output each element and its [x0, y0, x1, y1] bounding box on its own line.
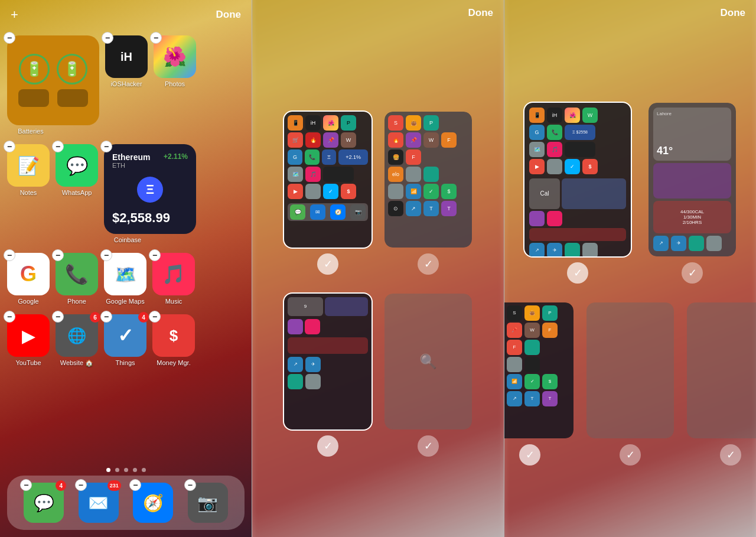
minus-money[interactable]: −: [149, 311, 161, 323]
screen-row-bottom: 9 ↗ ✈: [283, 292, 473, 457]
panel-home-screen: + Done − 🔋 🔋: [0, 0, 252, 537]
done-button-2[interactable]: Done: [468, 7, 494, 19]
screen-thumb-3[interactable]: 9 ↗ ✈: [283, 292, 373, 431]
screen-b3-thumb[interactable]: [686, 301, 756, 440]
panel-screen-selector-1: Done 📱 iH 🌺 P: [252, 0, 504, 537]
app-music[interactable]: − 🎵 Music: [152, 253, 195, 305]
checkmark-widget[interactable]: ✓: [682, 262, 703, 284]
app-notes[interactable]: − 📝 Notes: [7, 144, 50, 196]
screen-thumb-4[interactable]: 🔍: [383, 292, 473, 431]
minus-phone[interactable]: −: [52, 249, 64, 261]
home-content: − 🔋 🔋 Batteries: [0, 30, 252, 537]
app-youtube[interactable]: − ▶ YouTube: [7, 314, 50, 367]
screen-main-container: 📱 iH 🌺 W G 📞 Ξ $2558 🗺️: [523, 102, 632, 284]
screen-b1-container: S S 👜 P 🔥 📌 W F: [504, 301, 575, 466]
minus-batteries[interactable]: −: [4, 32, 15, 44]
screen-b1-thumb[interactable]: S S 👜 P 🔥 📌 W F: [504, 301, 575, 440]
money-label: Money Mgr.: [157, 359, 190, 366]
screen-row-top-3: 📱 iH 🌺 W G 📞 Ξ $2558 🗺️: [523, 102, 737, 284]
checkmark-b3[interactable]: ✓: [720, 444, 741, 466]
app-maps[interactable]: − 🗺️ Google Maps: [104, 253, 146, 305]
app-ioshacker[interactable]: − iH iOSHacker: [105, 35, 148, 87]
minus-notes[interactable]: −: [4, 141, 15, 152]
website-badge: 6: [90, 312, 100, 323]
checkmark-4[interactable]: ✓: [418, 435, 439, 457]
app-money[interactable]: − $ Money Mgr.: [152, 314, 195, 367]
screen-thumb-main[interactable]: 📱 iH 🌺 W G 📞 Ξ $2558 🗺️: [523, 102, 632, 258]
checkmark-3[interactable]: ✓: [317, 435, 338, 457]
screen-widget-thumb[interactable]: Lahore 41° 44/300CAL1/30MIN2/10HRS ↗: [647, 102, 737, 258]
app-google[interactable]: − G Google: [7, 253, 50, 305]
whatsapp-label: WhatsApp: [62, 189, 92, 196]
maps-label: Google Maps: [106, 298, 144, 305]
music-label: Music: [165, 298, 183, 305]
minus-website[interactable]: −: [52, 311, 64, 323]
dock-camera[interactable]: − 📷: [188, 483, 228, 523]
website-label: Website 🏠: [60, 359, 94, 367]
batteries-widget[interactable]: − 🔋 🔋 Batteries: [7, 35, 99, 135]
checkmark-b1[interactable]: ✓: [519, 444, 540, 466]
screen-selector: 📱 iH 🌺 P 🛒 🔥 📌 W: [252, 30, 504, 537]
screen-widget-panel: Lahore 41° 44/300CAL1/30MIN2/10HRS ↗: [647, 102, 737, 284]
things-badge: 4: [138, 312, 149, 323]
photos-label: Photos: [165, 80, 185, 87]
dock: − 4 💬 − 231 ✉️ − 🧭 − 📷: [7, 476, 245, 530]
app-things[interactable]: − 4 ✓ Things: [104, 314, 146, 367]
done-button-3[interactable]: Done: [721, 7, 746, 19]
dock-mail[interactable]: − 231 ✉️: [79, 483, 119, 523]
coinbase-change: +2.11%: [164, 152, 188, 161]
screen-2-container: S 👜 P 🔥 📌 W F 🍔: [383, 110, 473, 275]
header-2: Done: [252, 0, 504, 24]
youtube-label: YouTube: [15, 359, 41, 366]
coinbase-name: Ethereum: [112, 152, 151, 162]
checkmark-main[interactable]: ✓: [567, 262, 588, 284]
coinbase-price: $2,558.99: [112, 210, 188, 226]
minus-google[interactable]: −: [4, 249, 15, 261]
coinbase-label: Coinbase: [104, 236, 151, 243]
messages-badge: 4: [56, 480, 66, 491]
notes-label: Notes: [20, 189, 37, 196]
done-button-1[interactable]: Done: [216, 9, 242, 21]
panel-screen-selector-2: Done 📱 iH 🌺 W: [504, 0, 756, 537]
screen-b2-thumb[interactable]: [585, 301, 675, 440]
coinbase-ticker: ETH: [112, 162, 151, 169]
batteries-label: Batteries: [7, 128, 54, 135]
minus-maps[interactable]: −: [100, 249, 112, 261]
app-phone[interactable]: − 📞 Phone: [56, 253, 98, 305]
coinbase-logo: Ξ: [137, 177, 163, 203]
minus-camera[interactable]: −: [184, 479, 196, 491]
checkmark-b2[interactable]: ✓: [620, 444, 641, 466]
app-website[interactable]: − 6 🌐 Website 🏠: [56, 314, 98, 367]
screen-3-container: 9 ↗ ✈: [283, 292, 373, 457]
screen-4-container: 🔍 ✓: [383, 292, 473, 457]
screen-1-container: 📱 iH 🌺 P 🛒 🔥 📌 W: [283, 110, 373, 275]
ioshacker-label: iOSHacker: [110, 80, 142, 87]
mail-badge: 231: [107, 480, 121, 491]
things-label: Things: [115, 359, 135, 366]
dock-messages[interactable]: − 4 💬: [24, 483, 64, 523]
minus-whatsapp[interactable]: −: [52, 141, 64, 152]
minus-youtube[interactable]: −: [4, 311, 15, 323]
minus-photos[interactable]: −: [150, 32, 162, 44]
google-label: Google: [18, 298, 38, 305]
coinbase-widget[interactable]: − Ethereum ETH +2.11% Ξ $2,558.99 Coinba…: [104, 144, 196, 243]
checkmark-1[interactable]: ✓: [317, 253, 338, 275]
screen-thumb-1[interactable]: 📱 iH 🌺 P 🛒 🔥 📌 W: [283, 110, 373, 249]
minus-music[interactable]: −: [149, 249, 161, 261]
minus-things[interactable]: −: [100, 311, 112, 323]
phone-label: Phone: [67, 298, 86, 305]
screen-selector-2: 📱 iH 🌺 W G 📞 Ξ $2558 🗺️: [504, 30, 756, 537]
screen-thumb-2[interactable]: S 👜 P 🔥 📌 W F 🍔: [383, 110, 473, 249]
add-widget-button[interactable]: +: [11, 7, 18, 22]
minus-ioshacker[interactable]: −: [102, 32, 113, 44]
minus-coinbase[interactable]: −: [100, 141, 112, 152]
dock-safari[interactable]: − 🧭: [133, 483, 173, 523]
header: + Done: [0, 0, 252, 27]
screen-b2-container: ✓: [585, 301, 675, 466]
screen-row-top: 📱 iH 🌺 P 🛒 🔥 📌 W: [283, 110, 473, 275]
header-3: Done: [504, 0, 756, 24]
checkmark-2[interactable]: ✓: [418, 253, 439, 275]
app-photos[interactable]: − 🌺 Photos: [154, 35, 196, 87]
minus-mail[interactable]: −: [75, 479, 87, 491]
app-whatsapp[interactable]: − 💬 WhatsApp: [56, 144, 98, 196]
